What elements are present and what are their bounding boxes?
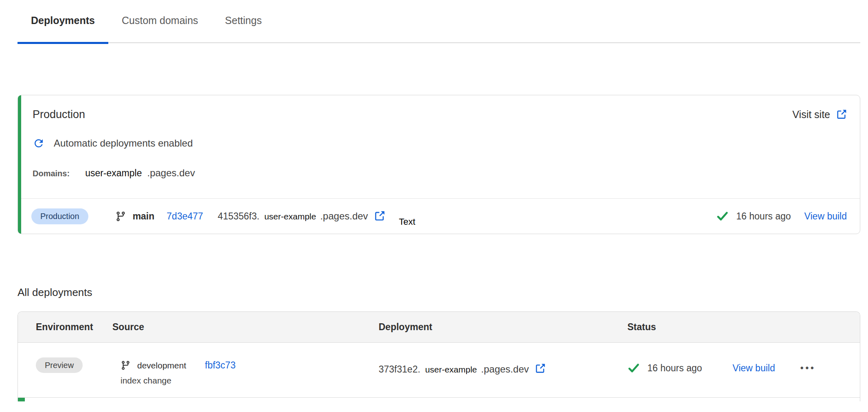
- production-card-title: Production: [33, 108, 85, 121]
- external-link-icon[interactable]: [535, 363, 546, 374]
- deployment-domain: user-example: [425, 365, 477, 375]
- row-menu-button[interactable]: •••: [800, 363, 816, 373]
- visit-site-link[interactable]: Visit site: [792, 109, 847, 121]
- environment-badge: Production: [31, 208, 88, 224]
- view-build-link[interactable]: View build: [732, 363, 775, 374]
- deployment-subdomain: 373f31e2.: [379, 364, 420, 375]
- view-build-link[interactable]: View build: [804, 211, 847, 222]
- branch-name: main: [133, 211, 155, 222]
- column-source: Source: [112, 322, 379, 333]
- tab-custom-domains[interactable]: Custom domains: [108, 0, 212, 44]
- tab-deployments[interactable]: Deployments: [18, 0, 108, 44]
- production-accent-bar: [18, 95, 21, 234]
- deployment-time: 16 hours ago: [647, 363, 702, 374]
- next-row-accent-bar: [18, 398, 25, 401]
- deployment-suffix: .pages.dev: [481, 364, 529, 375]
- refresh-icon: [33, 137, 45, 149]
- domain-suffix: .pages.dev: [147, 167, 195, 179]
- automatic-deployments-text: Automatic deployments enabled: [54, 138, 193, 149]
- all-deployments-title: All deployments: [18, 286, 868, 299]
- branch-name: development: [137, 361, 186, 370]
- deployment-subdomain: 415356f3.: [218, 211, 259, 222]
- git-branch-icon: [115, 211, 126, 222]
- tab-bar: Deployments Custom domains Settings: [18, 0, 860, 43]
- production-deployment-row: Production main 7d3e477 415356f3. user-e…: [18, 198, 860, 234]
- tab-settings[interactable]: Settings: [212, 0, 275, 44]
- production-card: Production Visit site Automatic deployme…: [18, 95, 860, 234]
- deployment-suffix: .pages.dev: [320, 210, 368, 222]
- deployments-table: Environment Source Deployment Status Pre…: [18, 311, 860, 401]
- column-status: Status: [627, 322, 860, 333]
- commit-message: index change: [121, 376, 379, 386]
- domain-name: user-example: [85, 168, 142, 179]
- deployment-domain: user-example: [264, 212, 316, 221]
- git-branch-icon: [121, 360, 131, 370]
- commit-link[interactable]: 7d3e477: [167, 211, 203, 222]
- environment-badge: Preview: [36, 357, 83, 373]
- annotation-label: Text: [399, 217, 415, 227]
- table-header-row: Environment Source Deployment Status: [18, 312, 860, 343]
- success-check-icon: [627, 362, 640, 375]
- deployment-time: 16 hours ago: [736, 211, 791, 222]
- column-deployment: Deployment: [379, 322, 627, 333]
- external-link-icon[interactable]: [374, 210, 385, 222]
- external-link-icon: [836, 109, 847, 120]
- column-environment: Environment: [36, 322, 112, 333]
- success-check-icon: [716, 210, 729, 223]
- visit-site-label: Visit site: [792, 109, 830, 121]
- domains-label: Domains:: [33, 169, 70, 178]
- table-row: Preview development fbf3c73 index change…: [18, 343, 860, 398]
- commit-link[interactable]: fbf3c73: [205, 360, 235, 371]
